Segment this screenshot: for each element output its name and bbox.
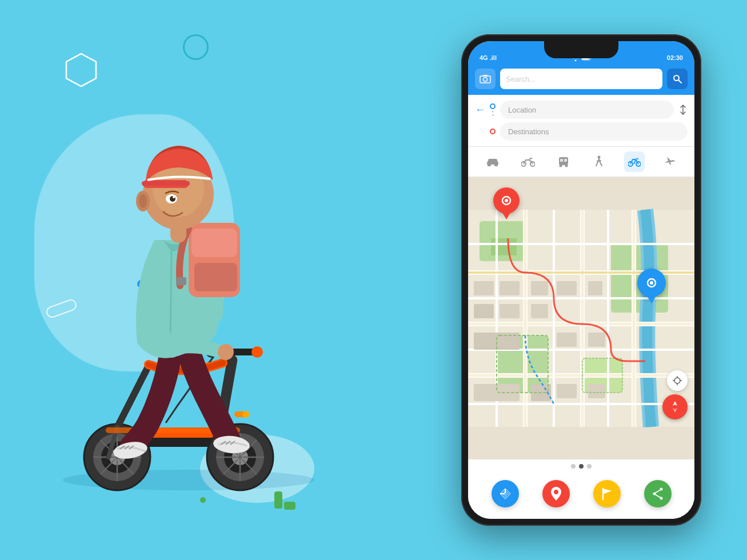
- svg-rect-94: [474, 281, 494, 295]
- svg-line-131: [655, 495, 660, 498]
- svg-point-48: [139, 194, 147, 208]
- svg-point-63: [565, 165, 568, 167]
- svg-rect-103: [588, 333, 605, 347]
- map-area[interactable]: [468, 177, 694, 459]
- svg-rect-54: [483, 75, 488, 77]
- phone-container: 4G .ill: [461, 34, 701, 526]
- svg-point-66: [598, 156, 601, 159]
- connector-dot-1: [492, 111, 494, 113]
- svg-rect-38: [176, 277, 186, 285]
- connector-dot-2: [492, 114, 494, 116]
- origin-pin: [493, 187, 520, 219]
- flag-button[interactable]: [593, 480, 621, 507]
- dash-green-2: [284, 502, 295, 510]
- navigate-button[interactable]: [492, 480, 519, 507]
- transport-bus[interactable]: [553, 151, 574, 172]
- svg-rect-64: [560, 159, 563, 162]
- location-from-input[interactable]: Location: [500, 101, 674, 119]
- locate-button[interactable]: [667, 370, 688, 391]
- svg-rect-101: [531, 304, 548, 318]
- svg-marker-121: [673, 408, 677, 413]
- phone-outer: 4G .ill: [461, 34, 701, 526]
- status-left-text: 4G .ill: [480, 54, 497, 61]
- transport-other[interactable]: [660, 151, 680, 172]
- main-container: 4G .ill: [0, 0, 747, 560]
- svg-point-34: [218, 344, 234, 360]
- phone-notch: [544, 41, 618, 58]
- svg-point-62: [560, 165, 562, 167]
- svg-rect-95: [500, 281, 520, 295]
- svg-rect-102: [557, 333, 577, 347]
- transport-modes-bar: [468, 147, 694, 177]
- svg-rect-65: [564, 159, 567, 162]
- svg-rect-108: [588, 384, 605, 398]
- dot-3: [587, 464, 592, 469]
- swap-button[interactable]: [678, 105, 688, 115]
- bottom-toolbar: [468, 473, 694, 519]
- svg-rect-107: [557, 384, 577, 398]
- svg-marker-126: [603, 489, 612, 494]
- svg-rect-71: [491, 238, 517, 255]
- dot-1: [571, 464, 576, 469]
- search-input-area[interactable]: Search...: [500, 69, 662, 89]
- svg-rect-43: [142, 181, 190, 186]
- svg-point-53: [484, 78, 488, 82]
- map-svg: [468, 177, 694, 459]
- dots-indicator: [468, 459, 694, 473]
- svg-point-128: [660, 497, 662, 500]
- svg-point-112: [505, 199, 508, 202]
- search-button[interactable]: [667, 69, 688, 89]
- person-scooter-illustration: [17, 46, 360, 503]
- svg-rect-36: [191, 229, 237, 257]
- svg-point-31: [242, 411, 249, 418]
- app-search-bar: Search...: [468, 64, 694, 95]
- compass-navigate-button[interactable]: [662, 394, 688, 419]
- svg-point-127: [660, 488, 662, 491]
- svg-point-114: [650, 281, 653, 285]
- svg-line-56: [678, 80, 681, 83]
- location-area: ← Location: [468, 95, 694, 147]
- dot-2: [579, 464, 584, 469]
- location-to-dot: [490, 129, 496, 134]
- back-button[interactable]: ←: [475, 104, 485, 116]
- location-from-dot: [490, 103, 496, 109]
- location-to-row: Destinations: [475, 122, 688, 141]
- svg-point-29: [251, 346, 263, 358]
- share-button[interactable]: [644, 480, 672, 507]
- transport-walk[interactable]: [589, 151, 609, 172]
- svg-point-47: [173, 196, 175, 198]
- svg-rect-97: [557, 281, 577, 295]
- phone-screen: 4G .ill: [468, 41, 694, 519]
- location-from-text: Location: [508, 106, 536, 114]
- location-to-text: Destinations: [508, 127, 549, 136]
- svg-marker-120: [673, 401, 677, 406]
- transport-motorbike[interactable]: [518, 151, 538, 172]
- svg-rect-37: [194, 263, 237, 291]
- svg-point-115: [674, 378, 680, 383]
- status-right-text: 02:30: [667, 54, 683, 61]
- svg-line-130: [655, 490, 660, 493]
- svg-rect-98: [588, 281, 602, 295]
- svg-rect-96: [531, 281, 548, 295]
- pin-button[interactable]: [542, 480, 570, 507]
- transport-car[interactable]: [482, 151, 503, 172]
- search-placeholder: Search...: [506, 75, 536, 83]
- location-to-input[interactable]: Destinations: [500, 122, 688, 141]
- camera-button[interactable]: [475, 69, 496, 89]
- destination-pin: [637, 269, 666, 303]
- location-from-row: ← Location: [475, 101, 688, 119]
- transport-bicycle[interactable]: [624, 151, 645, 172]
- svg-point-124: [554, 490, 558, 494]
- svg-rect-100: [500, 304, 520, 318]
- svg-rect-99: [474, 304, 494, 318]
